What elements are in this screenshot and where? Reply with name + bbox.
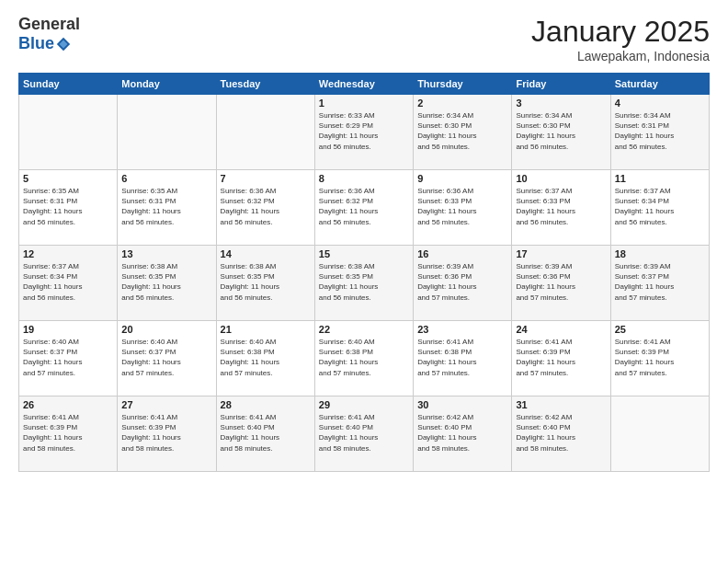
day-number: 1: [319, 98, 409, 109]
table-row: [118, 95, 216, 170]
table-row: 11Sunrise: 6:37 AM Sunset: 6:34 PM Dayli…: [610, 170, 709, 246]
table-row: [216, 95, 314, 170]
table-row: 26Sunrise: 6:41 AM Sunset: 6:39 PM Dayli…: [19, 396, 118, 472]
table-row: 31Sunrise: 6:42 AM Sunset: 6:40 PM Dayli…: [512, 396, 610, 472]
table-row: 28Sunrise: 6:41 AM Sunset: 6:40 PM Dayli…: [216, 396, 314, 472]
day-info: Sunrise: 6:39 AM Sunset: 6:37 PM Dayligh…: [615, 261, 705, 303]
table-row: 12Sunrise: 6:37 AM Sunset: 6:34 PM Dayli…: [19, 246, 118, 321]
table-row: 29Sunrise: 6:41 AM Sunset: 6:40 PM Dayli…: [314, 396, 413, 472]
day-info: Sunrise: 6:36 AM Sunset: 6:32 PM Dayligh…: [221, 186, 311, 227]
header: General Blue January 2025 Lawepakam, Ind…: [18, 15, 710, 63]
day-number: 26: [23, 399, 113, 410]
day-info: Sunrise: 6:33 AM Sunset: 6:29 PM Dayligh…: [319, 110, 409, 152]
header-wednesday: Wednesday: [314, 74, 413, 95]
title-block: January 2025 Lawepakam, Indonesia: [531, 15, 710, 63]
table-row: [610, 396, 709, 472]
day-number: 12: [23, 248, 113, 259]
table-row: 22Sunrise: 6:40 AM Sunset: 6:38 PM Dayli…: [314, 321, 413, 396]
table-row: 3Sunrise: 6:34 AM Sunset: 6:30 PM Daylig…: [512, 95, 610, 170]
table-row: 4Sunrise: 6:34 AM Sunset: 6:31 PM Daylig…: [610, 95, 709, 170]
day-number: 24: [516, 324, 606, 335]
week-row-3: 19Sunrise: 6:40 AM Sunset: 6:37 PM Dayli…: [19, 321, 710, 396]
week-row-4: 26Sunrise: 6:41 AM Sunset: 6:39 PM Dayli…: [19, 396, 710, 472]
table-row: 14Sunrise: 6:38 AM Sunset: 6:35 PM Dayli…: [216, 246, 314, 321]
table-row: 10Sunrise: 6:37 AM Sunset: 6:33 PM Dayli…: [512, 170, 610, 246]
table-row: 5Sunrise: 6:35 AM Sunset: 6:31 PM Daylig…: [19, 170, 118, 246]
day-info: Sunrise: 6:35 AM Sunset: 6:31 PM Dayligh…: [121, 186, 211, 227]
day-info: Sunrise: 6:40 AM Sunset: 6:37 PM Dayligh…: [121, 337, 211, 378]
day-info: Sunrise: 6:41 AM Sunset: 6:39 PM Dayligh…: [23, 412, 113, 454]
header-tuesday: Tuesday: [216, 74, 314, 95]
table-row: 15Sunrise: 6:38 AM Sunset: 6:35 PM Dayli…: [314, 246, 413, 321]
day-number: 30: [417, 399, 507, 410]
day-number: 6: [121, 173, 211, 184]
week-row-0: 1Sunrise: 6:33 AM Sunset: 6:29 PM Daylig…: [19, 95, 710, 170]
day-info: Sunrise: 6:41 AM Sunset: 6:40 PM Dayligh…: [221, 412, 311, 454]
table-row: 25Sunrise: 6:41 AM Sunset: 6:39 PM Dayli…: [610, 321, 709, 396]
day-number: 31: [516, 399, 606, 410]
day-number: 4: [615, 98, 705, 109]
header-sunday: Sunday: [19, 74, 118, 95]
day-info: Sunrise: 6:38 AM Sunset: 6:35 PM Dayligh…: [319, 261, 409, 303]
day-number: 16: [417, 248, 507, 259]
day-number: 17: [516, 248, 606, 259]
day-number: 25: [615, 324, 705, 335]
day-number: 8: [319, 173, 409, 184]
day-number: 23: [417, 324, 507, 335]
day-number: 3: [516, 98, 606, 109]
day-number: 11: [615, 173, 705, 184]
day-number: 13: [121, 248, 211, 259]
day-info: Sunrise: 6:39 AM Sunset: 6:36 PM Dayligh…: [516, 261, 606, 303]
calendar-header-row: Sunday Monday Tuesday Wednesday Thursday…: [19, 74, 710, 95]
table-row: 19Sunrise: 6:40 AM Sunset: 6:37 PM Dayli…: [19, 321, 118, 396]
day-number: 2: [417, 98, 507, 109]
day-info: Sunrise: 6:38 AM Sunset: 6:35 PM Dayligh…: [121, 261, 211, 303]
day-info: Sunrise: 6:35 AM Sunset: 6:31 PM Dayligh…: [23, 186, 113, 227]
header-saturday: Saturday: [610, 74, 709, 95]
table-row: 9Sunrise: 6:36 AM Sunset: 6:33 PM Daylig…: [414, 170, 512, 246]
day-number: 22: [319, 324, 409, 335]
table-row: 30Sunrise: 6:42 AM Sunset: 6:40 PM Dayli…: [414, 396, 512, 472]
table-row: 1Sunrise: 6:33 AM Sunset: 6:29 PM Daylig…: [314, 95, 413, 170]
week-row-2: 12Sunrise: 6:37 AM Sunset: 6:34 PM Dayli…: [19, 246, 710, 321]
day-info: Sunrise: 6:36 AM Sunset: 6:32 PM Dayligh…: [319, 186, 409, 227]
day-info: Sunrise: 6:37 AM Sunset: 6:34 PM Dayligh…: [23, 261, 113, 303]
logo: General Blue: [18, 15, 80, 53]
day-info: Sunrise: 6:41 AM Sunset: 6:38 PM Dayligh…: [417, 337, 507, 378]
day-number: 19: [23, 324, 113, 335]
header-friday: Friday: [512, 74, 610, 95]
table-row: 7Sunrise: 6:36 AM Sunset: 6:32 PM Daylig…: [216, 170, 314, 246]
logo-text: General Blue: [18, 15, 80, 53]
calendar-title: January 2025: [531, 15, 710, 49]
day-info: Sunrise: 6:41 AM Sunset: 6:39 PM Dayligh…: [516, 337, 606, 378]
day-info: Sunrise: 6:38 AM Sunset: 6:35 PM Dayligh…: [221, 261, 311, 303]
table-row: 27Sunrise: 6:41 AM Sunset: 6:39 PM Dayli…: [118, 396, 216, 472]
day-info: Sunrise: 6:34 AM Sunset: 6:31 PM Dayligh…: [615, 110, 705, 152]
day-number: 21: [221, 324, 311, 335]
table-row: 20Sunrise: 6:40 AM Sunset: 6:37 PM Dayli…: [118, 321, 216, 396]
day-number: 14: [221, 248, 311, 259]
day-info: Sunrise: 6:37 AM Sunset: 6:34 PM Dayligh…: [615, 186, 705, 227]
day-number: 28: [221, 399, 311, 410]
day-number: 9: [417, 173, 507, 184]
calendar-table: Sunday Monday Tuesday Wednesday Thursday…: [18, 73, 710, 472]
day-info: Sunrise: 6:39 AM Sunset: 6:36 PM Dayligh…: [417, 261, 507, 303]
week-row-1: 5Sunrise: 6:35 AM Sunset: 6:31 PM Daylig…: [19, 170, 710, 246]
table-row: 2Sunrise: 6:34 AM Sunset: 6:30 PM Daylig…: [414, 95, 512, 170]
day-info: Sunrise: 6:41 AM Sunset: 6:39 PM Dayligh…: [121, 412, 211, 454]
day-number: 27: [121, 399, 211, 410]
day-info: Sunrise: 6:42 AM Sunset: 6:40 PM Dayligh…: [417, 412, 507, 454]
table-row: 16Sunrise: 6:39 AM Sunset: 6:36 PM Dayli…: [414, 246, 512, 321]
day-info: Sunrise: 6:40 AM Sunset: 6:37 PM Dayligh…: [23, 337, 113, 378]
day-number: 5: [23, 173, 113, 184]
day-info: Sunrise: 6:40 AM Sunset: 6:38 PM Dayligh…: [319, 337, 409, 378]
table-row: 13Sunrise: 6:38 AM Sunset: 6:35 PM Dayli…: [118, 246, 216, 321]
day-info: Sunrise: 6:34 AM Sunset: 6:30 PM Dayligh…: [417, 110, 507, 152]
table-row: 6Sunrise: 6:35 AM Sunset: 6:31 PM Daylig…: [118, 170, 216, 246]
table-row: 18Sunrise: 6:39 AM Sunset: 6:37 PM Dayli…: [610, 246, 709, 321]
table-row: 17Sunrise: 6:39 AM Sunset: 6:36 PM Dayli…: [512, 246, 610, 321]
day-info: Sunrise: 6:37 AM Sunset: 6:33 PM Dayligh…: [516, 186, 606, 227]
day-number: 20: [121, 324, 211, 335]
day-info: Sunrise: 6:41 AM Sunset: 6:39 PM Dayligh…: [615, 337, 705, 378]
table-row: [19, 95, 118, 170]
